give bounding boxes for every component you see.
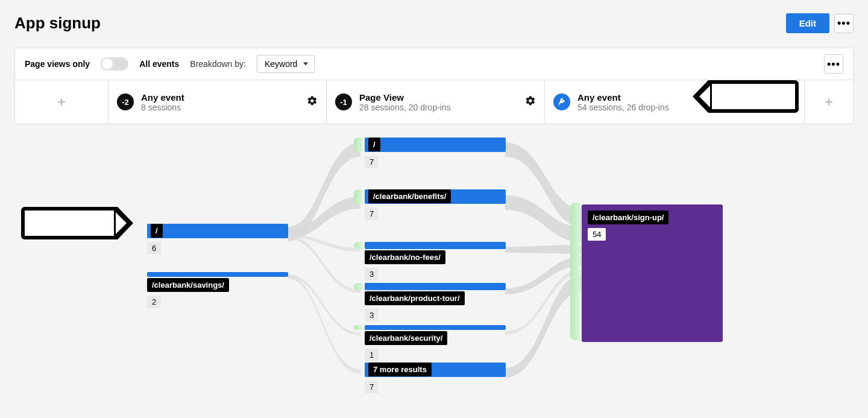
node-label: /clearbank/security/ bbox=[365, 331, 447, 345]
step-text: Any event 54 sessions, 26 drop-ins bbox=[577, 92, 669, 112]
node-label: /clearbank/benefits/ bbox=[368, 189, 451, 203]
edit-button[interactable]: Edit bbox=[786, 13, 829, 33]
node-count: 3 bbox=[365, 268, 379, 280]
step-text: Any event 8 sessions bbox=[141, 92, 184, 112]
drop-in-indicator bbox=[354, 283, 362, 290]
node-count: 3 bbox=[365, 309, 379, 321]
add-step-left-button[interactable]: + bbox=[15, 80, 108, 124]
page-header: App signup Edit ••• bbox=[0, 0, 868, 33]
header-more-button[interactable]: ••• bbox=[834, 14, 854, 33]
page-views-only-label: Page views only bbox=[25, 59, 90, 69]
flow-node[interactable]: /clearbank/no-fees/ 3 bbox=[365, 242, 506, 280]
node-label: /clearbank/no-fees/ bbox=[365, 250, 445, 264]
node-count: 54 bbox=[588, 228, 606, 241]
toolbar-more-button[interactable]: ••• bbox=[824, 54, 843, 74]
step-text: Page View 28 sessions, 20 drop-ins bbox=[359, 92, 451, 112]
flow-node[interactable]: / 6 bbox=[147, 224, 288, 255]
flow-node[interactable]: /clearbank/benefits/ 7 bbox=[365, 189, 506, 220]
plus-icon: + bbox=[57, 93, 66, 110]
funnel-step-1[interactable]: -2 Any event 8 sessions bbox=[108, 80, 327, 124]
drop-in-indicator bbox=[354, 138, 362, 152]
breakdown-by-label: Breakdown by: bbox=[190, 59, 246, 69]
add-step-right-button[interactable]: + bbox=[805, 80, 853, 124]
step-title: Any event bbox=[577, 92, 669, 103]
step-badge: -2 bbox=[117, 93, 134, 110]
rocket-icon bbox=[553, 93, 570, 110]
node-count: 7 bbox=[365, 156, 379, 168]
annotation-arrow-right bbox=[708, 80, 799, 113]
step-subtitle: 28 sessions, 20 drop-ins bbox=[359, 103, 451, 112]
funnel-toolbar: Page views only All events Breakdown by:… bbox=[15, 48, 853, 80]
drop-in-indicator bbox=[570, 203, 580, 340]
node-label: /clearbank/sign-up/ bbox=[588, 211, 668, 224]
flow-node[interactable]: /clearbank/security/ 1 bbox=[365, 325, 506, 361]
flow-node[interactable]: / 7 bbox=[365, 138, 506, 168]
funnel-step-2[interactable]: -1 Page View 28 sessions, 20 drop-ins bbox=[327, 80, 545, 124]
page-views-toggle[interactable] bbox=[101, 57, 128, 71]
step-subtitle: 54 sessions, 26 drop-ins bbox=[577, 103, 669, 112]
node-count: 7 bbox=[365, 207, 379, 220]
header-actions: Edit ••• bbox=[786, 13, 854, 33]
plus-icon: + bbox=[825, 93, 833, 110]
node-count: 1 bbox=[365, 349, 379, 361]
node-count: 2 bbox=[147, 296, 161, 308]
node-label: / bbox=[151, 224, 163, 238]
step-subtitle: 8 sessions bbox=[141, 103, 184, 112]
node-label: / bbox=[368, 138, 380, 151]
drop-in-indicator bbox=[354, 242, 362, 249]
flow-node[interactable]: /clearbank/savings/ 2 bbox=[147, 272, 288, 308]
step-badge: -1 bbox=[335, 93, 352, 110]
drop-in-indicator bbox=[354, 189, 362, 204]
flow-diagram: / 6 /clearbank/savings/ 2 / 7 /clearbank… bbox=[0, 124, 868, 402]
breakdown-select-value: Keyword bbox=[265, 59, 297, 69]
breakdown-select[interactable]: Keyword bbox=[257, 55, 315, 73]
node-count: 6 bbox=[147, 242, 161, 255]
drop-in-indicator bbox=[354, 325, 362, 330]
node-label: 7 more results bbox=[368, 363, 432, 376]
step-title: Page View bbox=[359, 92, 451, 103]
page-title: App signup bbox=[14, 14, 101, 33]
gear-icon[interactable] bbox=[525, 95, 536, 109]
flow-node-more[interactable]: 7 more results 7 bbox=[365, 363, 506, 393]
gear-icon[interactable] bbox=[307, 95, 318, 109]
node-label: /clearbank/savings/ bbox=[147, 278, 229, 292]
all-events-label: All events bbox=[139, 59, 179, 69]
step-title: Any event bbox=[141, 92, 184, 103]
node-label: /clearbank/product-tour/ bbox=[365, 291, 465, 305]
node-count: 7 bbox=[365, 381, 379, 393]
flow-destination-node[interactable]: /clearbank/sign-up/ 54 bbox=[582, 204, 723, 342]
flow-node[interactable]: /clearbank/product-tour/ 3 bbox=[365, 283, 506, 321]
